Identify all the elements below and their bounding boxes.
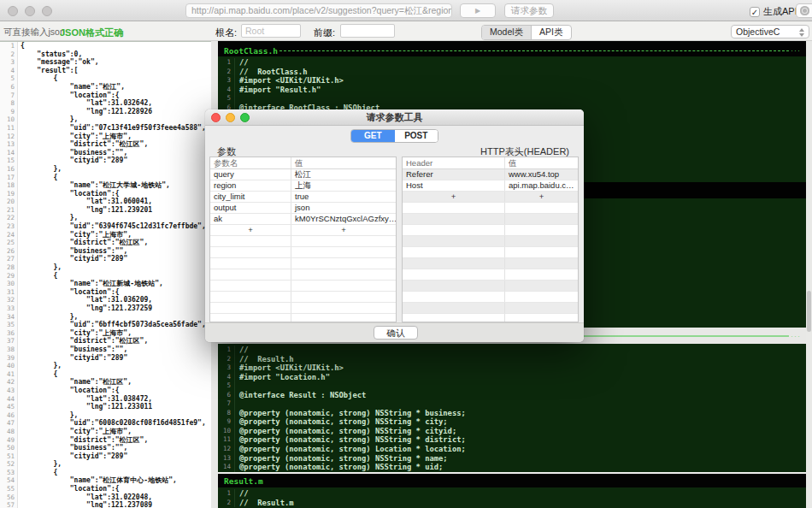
table-cell[interactable]: query xyxy=(210,169,291,180)
table-cell[interactable]: Host xyxy=(403,180,505,191)
request-params-button[interactable]: 请求参数 xyxy=(504,3,554,18)
json-source-editor[interactable]: 1{2 "status":0,3 "message":"ok",4 "resul… xyxy=(0,41,211,508)
run-request-button[interactable]: ▶ xyxy=(460,3,496,18)
code-line: 6@interface Result : NSObject xyxy=(218,391,806,400)
prefix-label: 前缀: xyxy=(314,27,335,39)
url-input[interactable]: http://api.map.baidu.com/place/v2/sugges… xyxy=(185,3,452,18)
json-line: 27 "cityid":"289" xyxy=(0,255,211,263)
table-row xyxy=(403,303,578,314)
json-line: 41 { xyxy=(0,370,211,379)
line-text: #import <UIKit/UIKit.h> xyxy=(235,76,344,86)
generate-api-checkbox[interactable]: ✓ xyxy=(750,7,760,17)
line-text: "name":"松江大学城-地铁站", xyxy=(18,181,170,190)
table-cell[interactable]: + xyxy=(210,225,291,235)
json-line: 23 "uid":"6394f6745c12d31fc7effbde", xyxy=(0,222,211,231)
code-block-result-h[interactable]: 1//2// Result.h3#import <UIKit/UIKit.h>4… xyxy=(218,344,806,472)
line-number: 10 xyxy=(0,115,18,124)
json-line: 30 "name":"松江新城-地铁站", xyxy=(0,280,211,288)
line-number: 25 xyxy=(0,239,18,247)
table-cell[interactable]: kM0YrSCNztqGxclAGzfxy… xyxy=(291,214,396,224)
line-text: "status":0, xyxy=(18,50,82,59)
minimize-icon[interactable] xyxy=(226,113,235,122)
table-cell[interactable]: output xyxy=(210,203,291,213)
table-cell[interactable]: region xyxy=(210,180,291,191)
line-number: 30 xyxy=(0,280,18,288)
json-line: 11 "uid":"07c13f41e9f50f3feee4a588", xyxy=(0,124,211,133)
scrollbar-thumb[interactable] xyxy=(807,291,811,332)
table-cell[interactable]: + xyxy=(403,192,505,202)
close-icon[interactable] xyxy=(211,113,221,122)
table-row xyxy=(210,281,396,292)
table-row[interactable]: region上海 xyxy=(210,180,396,192)
table-cell[interactable]: json xyxy=(291,203,396,213)
line-text xyxy=(235,399,239,409)
line-text: }, xyxy=(18,313,78,322)
table-cell[interactable]: + xyxy=(291,225,396,235)
prefix-input[interactable] xyxy=(340,24,395,38)
json-line: 35 "uid":"6bff4cbf5073da5cea56fade", xyxy=(0,321,211,329)
table-cell xyxy=(210,281,291,291)
headers-table[interactable]: Header值Refererwww.xu54.topHostapi.map.ba… xyxy=(402,157,579,322)
zoom-icon[interactable] xyxy=(240,113,250,122)
table-row xyxy=(403,247,578,258)
close-window-icon[interactable] xyxy=(8,6,18,16)
table-row[interactable]: ++ xyxy=(210,225,396,236)
minimize-window-icon[interactable] xyxy=(25,6,35,16)
code-line: 2// RootClass.h xyxy=(218,68,806,77)
zoom-window-icon[interactable] xyxy=(42,6,52,16)
json-line: 9 "lng":121.228926 xyxy=(0,108,211,116)
tab-get[interactable]: GET xyxy=(351,130,395,142)
table-cell[interactable]: city_limit xyxy=(210,192,291,202)
code-line: 5 xyxy=(218,381,806,391)
table-row[interactable]: city_limittrue xyxy=(210,192,396,203)
line-text xyxy=(235,381,239,391)
line-text: "name":"松江区", xyxy=(18,378,132,387)
tab-post[interactable]: POST xyxy=(395,130,438,142)
table-row xyxy=(403,225,578,236)
table-row xyxy=(210,247,396,258)
language-select[interactable]: ObjectiveC xyxy=(731,25,809,38)
table-cell: 值 xyxy=(291,157,396,168)
line-text: "district":"松江区", xyxy=(18,436,148,445)
table-cell xyxy=(403,236,505,246)
line-number: 12 xyxy=(0,133,18,141)
code-line: 2// Result.m xyxy=(218,499,806,508)
line-text: "lng":121.237089 xyxy=(18,501,152,508)
table-cell[interactable]: api.map.baidu.c… xyxy=(505,180,578,191)
table-cell[interactable]: + xyxy=(505,192,578,202)
table-cell[interactable]: Referer xyxy=(403,169,505,180)
tab-model-class[interactable]: Model类 xyxy=(482,26,532,39)
code-block-result-m[interactable]: 1//2// Result.m xyxy=(218,487,806,508)
table-row[interactable]: Refererwww.xu54.top xyxy=(403,169,578,180)
params-table[interactable]: 参数名值query松江region上海city_limittrueoutputj… xyxy=(209,157,397,322)
line-number: 5 xyxy=(0,74,18,83)
tab-api-class[interactable]: API类 xyxy=(532,26,570,39)
root-name-input[interactable] xyxy=(241,24,301,38)
line-text: "district":"松江区", xyxy=(18,140,148,149)
section-header-rootclass-h: RootClass.h ··· xyxy=(218,44,806,56)
table-row[interactable]: query松江 xyxy=(210,169,396,180)
table-row xyxy=(403,281,578,292)
table-cell[interactable]: ak xyxy=(210,214,291,224)
line-text: }, xyxy=(18,214,78,222)
table-row[interactable]: outputjson xyxy=(210,203,396,214)
code-line: 12@property (nonatomic, strong) Location… xyxy=(218,445,806,454)
table-cell xyxy=(291,258,396,269)
table-cell[interactable]: true xyxy=(291,192,396,202)
line-text: "name":"松江新城-地铁站", xyxy=(18,280,163,288)
table-cell[interactable]: www.xu54.top xyxy=(505,169,578,180)
table-row[interactable]: Hostapi.map.baidu.c… xyxy=(403,180,578,192)
settings-button[interactable] xyxy=(796,3,812,18)
table-cell[interactable]: 松江 xyxy=(291,169,396,180)
line-number: 14 xyxy=(0,149,18,157)
confirm-button[interactable]: 确认 xyxy=(374,326,418,340)
table-row[interactable]: ++ xyxy=(403,192,578,203)
line-number: 53 xyxy=(0,469,18,477)
table-cell[interactable]: 上海 xyxy=(291,180,396,191)
table-cell xyxy=(210,292,291,302)
json-line: 5 { xyxy=(0,74,211,83)
table-row[interactable]: akkM0YrSCNztqGxclAGzfxy… xyxy=(210,214,396,225)
line-text: "location":{ xyxy=(18,485,120,493)
json-line: 28 }, xyxy=(0,263,211,272)
line-number: 2 xyxy=(0,50,18,59)
